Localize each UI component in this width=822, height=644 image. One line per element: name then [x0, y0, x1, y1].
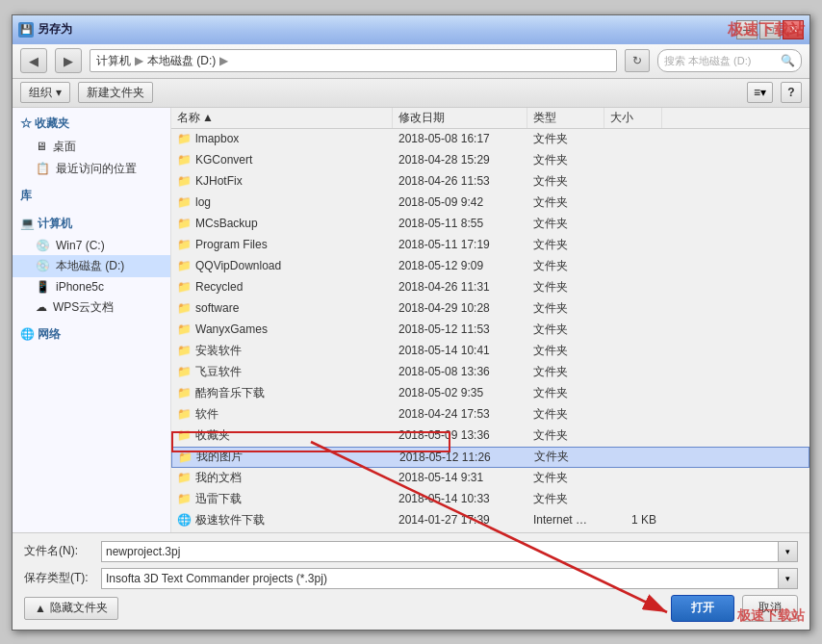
- main-content: ☆ 收藏夹 🖥 桌面 📋 最近访问的位置 库 💻 计算机 💿 Wi: [13, 108, 809, 532]
- search-icon[interactable]: 🔍: [781, 54, 795, 67]
- file-row-programfiles[interactable]: 📁Program Files 2018-05-11 17:19 文件夹: [171, 235, 809, 256]
- file-size: [604, 370, 662, 374]
- file-row-feidou[interactable]: 📁飞豆软件 2018-05-08 13:36 文件夹: [171, 362, 809, 383]
- file-name: QQVipDownload: [195, 259, 281, 272]
- file-type: 文件夹: [527, 341, 604, 361]
- breadcrumb-sep1: ▶: [135, 54, 143, 67]
- sidebar-header-favorites[interactable]: ☆ 收藏夹: [13, 112, 170, 136]
- iphone-label: iPhone5c: [56, 280, 104, 294]
- open-button[interactable]: 打开: [671, 595, 734, 622]
- folder-icon: 📁: [177, 386, 192, 399]
- secondary-toolbar: 组织 ▾ 新建文件夹 ≡ ▾ ?: [13, 79, 809, 108]
- file-name: 安装软件: [195, 343, 242, 359]
- close-button[interactable]: ✕: [783, 20, 804, 39]
- file-row-recycled[interactable]: 📁Recycled 2018-04-26 11:31 文件夹: [171, 277, 809, 298]
- bottom-section: 文件名(N): ▾ 保存类型(T): Insofta 3D Text Comma…: [13, 532, 809, 630]
- file-size: [604, 412, 662, 416]
- col-header-type[interactable]: 类型: [527, 108, 604, 128]
- sidebar-item-iphone5c[interactable]: 📱 iPhone5c: [13, 277, 170, 296]
- file-row-jisu-download[interactable]: 🌐极速软件下载 2014-01-27 17:39 Internet 快捷方式 1…: [171, 510, 809, 531]
- file-type: 文件夹: [527, 320, 604, 340]
- sidebar-item-wps[interactable]: ☁ WPS云文档: [13, 296, 170, 319]
- file-row-wanyxgames[interactable]: 📁WanyxGames 2018-05-12 11:53 文件夹: [171, 320, 809, 341]
- file-row-ruanjian[interactable]: 📁软件 2018-04-24 17:53 文件夹: [171, 404, 809, 425]
- filename-dropdown[interactable]: ▾: [779, 541, 798, 562]
- file-name: WanyxGames: [195, 322, 268, 336]
- sidebar-item-win7[interactable]: 💿 Win7 (C:): [13, 236, 170, 255]
- wps-label: WPS云文档: [53, 299, 114, 316]
- file-name: software: [195, 301, 239, 315]
- view-button[interactable]: ≡ ▾: [747, 82, 773, 103]
- file-row-kugou[interactable]: 📁酷狗音乐下载 2018-05-02 9:35 文件夹: [171, 383, 809, 404]
- hide-folders-icon: ▲: [35, 602, 46, 615]
- file-row-kgconvert[interactable]: 📁KGConvert 2018-04-28 15:29 文件夹: [171, 150, 809, 171]
- file-size: [604, 264, 662, 268]
- hide-folders-button[interactable]: ▲ 隐藏文件夹: [24, 597, 118, 620]
- sidebar-header-computer[interactable]: 💻 计算机: [13, 212, 170, 236]
- sidebar-item-desktop[interactable]: 🖥 桌面: [13, 136, 170, 158]
- file-size: [604, 327, 662, 331]
- minimize-button[interactable]: ─: [736, 20, 758, 39]
- sidebar-header-network[interactable]: 🌐 网络: [13, 322, 170, 347]
- breadcrumb-drive[interactable]: 本地磁盘 (D:): [147, 53, 216, 69]
- folder-icon: 📁: [177, 238, 192, 251]
- file-size: 1 KB: [604, 511, 662, 528]
- filetype-dropdown[interactable]: ▾: [779, 568, 798, 589]
- file-name: 酷狗音乐下载: [195, 385, 265, 401]
- sidebar-item-recent[interactable]: 📋 最近访问的位置: [13, 158, 170, 180]
- sidebar-item-local-d[interactable]: 💿 本地磁盘 (D:): [13, 255, 170, 277]
- search-placeholder: 搜索 本地磁盘 (D:): [664, 54, 751, 68]
- file-type: 文件夹: [527, 277, 604, 297]
- file-row-qqvipdownload[interactable]: 📁QQVipDownload 2018-05-12 9:09 文件夹: [171, 256, 809, 277]
- local-d-icon: 💿: [36, 259, 50, 272]
- file-row-kjhotfix[interactable]: 📁KJHotFix 2018-04-26 11:53 文件夹: [171, 171, 809, 193]
- folder-icon: 📁: [177, 195, 192, 209]
- filetype-row: 保存类型(T): Insofta 3D Text Commander proje…: [24, 568, 798, 589]
- view-arrow: ▾: [760, 86, 766, 99]
- local-d-label: 本地磁盘 (D:): [56, 258, 124, 274]
- file-date: 2018-04-26 11:31: [393, 278, 527, 296]
- file-type: 文件夹: [527, 256, 604, 276]
- file-size: [604, 497, 662, 501]
- file-type: 文件夹: [527, 298, 604, 319]
- maximize-button[interactable]: □: [759, 20, 781, 39]
- file-row-software[interactable]: 📁software 2018-04-29 10:28 文件夹: [171, 298, 809, 320]
- breadcrumb-bar[interactable]: 计算机 ▶ 本地磁盘 (D:) ▶: [90, 49, 617, 72]
- help-button[interactable]: ?: [781, 82, 802, 103]
- file-type: Internet 快捷方式: [527, 510, 604, 530]
- search-bar[interactable]: 搜索 本地磁盘 (D:) 🔍: [657, 49, 802, 72]
- refresh-button[interactable]: ↻: [625, 49, 650, 72]
- col-header-size[interactable]: 大小: [604, 108, 662, 128]
- cancel-button[interactable]: 取消: [742, 595, 798, 622]
- sidebar-header-library[interactable]: 库: [13, 184, 170, 208]
- file-date: 2018-04-26 11:53: [393, 172, 527, 190]
- win7-icon: 💿: [36, 239, 50, 252]
- breadcrumb-computer[interactable]: 计算机: [96, 53, 131, 69]
- sidebar-section-library: 库: [13, 184, 170, 208]
- file-area: 名称 ▲ 修改日期 类型 大小 📁lmapbox 2018-05-08 16:1…: [171, 108, 809, 532]
- new-folder-button[interactable]: 新建文件夹: [78, 82, 153, 103]
- col-header-name[interactable]: 名称 ▲: [171, 108, 393, 128]
- organize-button[interactable]: 组织 ▾: [20, 82, 70, 103]
- breadcrumb-sep2: ▶: [219, 54, 228, 67]
- file-type: 文件夹: [528, 447, 605, 467]
- file-type: 文件夹: [527, 150, 604, 170]
- file-date: 2018-05-12 9:09: [393, 257, 527, 274]
- win7-label: Win7 (C:): [56, 239, 105, 252]
- back-button[interactable]: ◀: [20, 48, 47, 73]
- col-header-date[interactable]: 修改日期: [393, 108, 527, 128]
- file-row-mcsbackup[interactable]: 📁MCsBackup 2018-05-11 8:55 文件夹: [171, 214, 809, 235]
- file-date: 2018-05-12 11:53: [393, 321, 527, 338]
- file-row-favorites[interactable]: 📁收藏夹 2018-05-09 13:36 文件夹: [171, 425, 809, 447]
- file-row-install-software[interactable]: 📁安装软件 2018-05-14 10:41 文件夹: [171, 341, 809, 362]
- file-row-log[interactable]: 📁log 2018-05-09 9:42 文件夹: [171, 193, 809, 214]
- file-row-lmapbox[interactable]: 📁lmapbox 2018-05-08 16:17 文件夹: [171, 129, 809, 150]
- file-date: 2018-04-28 15:29: [393, 151, 527, 168]
- file-row-mypictures[interactable]: 📁我的图片 2018-05-12 11:26 文件夹: [171, 447, 809, 468]
- filename-input[interactable]: [101, 541, 779, 562]
- forward-button[interactable]: ▶: [55, 48, 82, 73]
- folder-icon: 📁: [177, 492, 192, 505]
- file-name: 飞豆软件: [195, 364, 242, 380]
- file-row-mydocs[interactable]: 📁我的文档 2018-05-14 9:31 文件夹: [171, 468, 809, 489]
- file-row-xunlei[interactable]: 📁迅雷下载 2018-05-14 10:33 文件夹: [171, 489, 809, 510]
